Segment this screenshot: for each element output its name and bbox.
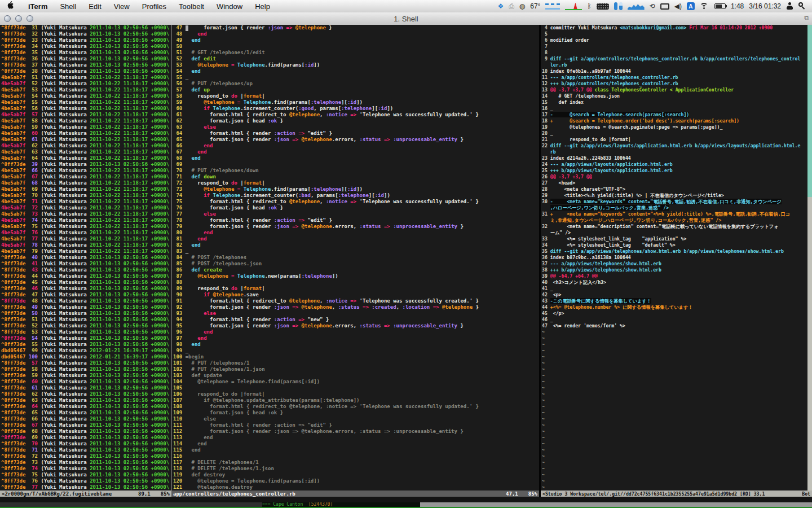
scrollbar[interactable]: [807, 25, 812, 491]
diff-row: 6 modified order: [542, 37, 807, 43]
clock[interactable]: 3/16 01:32: [749, 2, 781, 10]
empty-line-tilde: ~: [542, 379, 807, 385]
blame-row: ^8ff73de 46 (Yuki Matsukura 2011-10-13 0…: [1, 286, 170, 292]
diff-row: 39 @@ -64,7 +64,7 @@: [542, 273, 807, 279]
blame-row: 4be5ab7f 63 (Yuki Matsukura 2011-10-22 1…: [1, 149, 170, 155]
code-row: 102 # PUT /telephones/1.json: [173, 366, 539, 373]
blame-row: ^8ff73de 32 (Yuki Matsukura 2011-10-13 0…: [1, 31, 170, 37]
blame-row: 4be5ab7f 62 (Yuki Matsukura 2011-10-22 1…: [1, 143, 170, 149]
code-row: 106 respond_to do |format|: [173, 391, 539, 397]
menu-window[interactable]: Window: [210, 2, 249, 11]
empty-line-tilde: ~: [542, 366, 807, 373]
terminal-content[interactable]: ^8ff73de 31 (Yuki Matsukura 2011-10-13 0…: [0, 25, 812, 502]
volume-icon[interactable]: ◀): [674, 3, 682, 10]
bandwidth-graph-icon[interactable]: [628, 3, 645, 10]
blame-row: 4be5ab7f 67 (Yuki Matsukura 2011-10-22 1…: [1, 174, 170, 180]
code-row: 73 @telephone = Telephone.find(params[:t…: [173, 186, 539, 192]
blame-row: ^8ff73de 76 (Yuki Matsukura 2011-10-13 0…: [1, 478, 170, 484]
blame-row: ^8ff73de 61 (Yuki Matsukura 2011-10-13 0…: [1, 385, 170, 391]
network-graph-icon[interactable]: [545, 3, 560, 10]
code-row: 117 # DELETE /telephones/1: [173, 459, 539, 466]
blame-row: ^8ff73de 34 (Yuki Matsukura 2011-10-13 0…: [1, 43, 170, 50]
statusline-diff-file: <Studio 3 Workspace/tel/.git//dd72c4755f…: [542, 491, 765, 497]
code-row: 78 format.html { render :action => "edit…: [173, 217, 539, 224]
diff-row: rb: [542, 149, 807, 155]
diff-row: 47 <%= render 'memos/form' %>: [542, 323, 807, 329]
blame-row: 4be5ab7f 70 (Yuki Matsukura 2011-10-22 1…: [1, 192, 170, 199]
menu-toolbelt[interactable]: Toolbelt: [173, 2, 210, 11]
background-window-dark-area: [0, 502, 262, 507]
menu-profiles[interactable]: Profiles: [136, 2, 173, 11]
blame-row: ^8ff73de 77 (Yuki Matsukura 2011-10-13 0…: [1, 484, 170, 491]
code-row: 110 else: [173, 416, 539, 422]
menu-help[interactable]: Help: [249, 2, 276, 11]
code-row: 116: [173, 453, 539, 459]
background-tmux-status: === Cape Canton [5244370]: [262, 502, 420, 507]
empty-line-tilde: ~: [542, 441, 807, 447]
globe-icon[interactable]: ◍: [519, 3, 525, 10]
desktop: iTermShellEditViewProfilesToolbeltWindow…: [0, 0, 812, 508]
code-row: 111 format.html { render :action => "edi…: [173, 422, 539, 428]
input-source-icon[interactable]: A: [687, 2, 695, 10]
empty-line-tilde: ~: [542, 428, 807, 435]
diff-row: 7: [542, 43, 807, 50]
empty-line-tilde: ~: [542, 360, 807, 366]
menu-bar: iTermShellEditViewProfilesToolbeltWindow…: [0, 0, 812, 13]
blame-row: 4be5ab7f 60 (Yuki Matsukura 2011-10-22 1…: [1, 130, 170, 137]
code-row: 120 @telephone = Telephone.find(params[:…: [173, 478, 539, 484]
menu-edit[interactable]: Edit: [82, 2, 107, 11]
empty-line-tilde: ~: [542, 416, 807, 422]
diff-row: 41 _: [542, 286, 807, 292]
blame-row: ^8ff73de 37 (Yuki Matsukura 2011-10-13 0…: [1, 62, 170, 68]
empty-line-tilde: ~: [542, 422, 807, 428]
code-editor-pane[interactable]: 47 format.json { render :json => @teleph…: [173, 25, 539, 491]
scrollbar-thumb[interactable]: [807, 25, 812, 197]
blame-row: ^8ff73de 68 (Yuki Matsukura 2011-10-13 0…: [1, 428, 170, 435]
diff-row: 45 </p>: [542, 310, 807, 317]
bluetooth-icon[interactable]: ᛒ: [587, 3, 591, 10]
display-icon[interactable]: [660, 3, 669, 10]
code-row: 76 format.json { head :ok }: [173, 205, 539, 211]
blame-row: ^8ff73de 41 (Yuki Matsukura 2011-10-13 0…: [1, 261, 170, 267]
disk-activity-icon[interactable]: [614, 2, 623, 10]
battery-time[interactable]: 1:48: [731, 2, 744, 10]
statusline-diff-position: Bot: [802, 491, 810, 497]
code-row: 105: [173, 385, 539, 391]
code-row: 109 format.json { head :ok }: [173, 410, 539, 416]
code-row: 69: [173, 161, 539, 168]
time-machine-icon[interactable]: ⟲: [650, 3, 655, 10]
keyboard-icon[interactable]: [597, 3, 609, 10]
temperature[interactable]: 67°: [530, 2, 540, 10]
blame-row: ^8ff73de 48 (Yuki Matsukura 2011-10-13 0…: [1, 298, 170, 304]
blame-row: 4be5ab7f 54 (Yuki Matsukura 2011-10-22 1…: [1, 93, 170, 99]
empty-line-tilde: ~: [542, 397, 807, 404]
battery-icon[interactable]: [714, 3, 726, 9]
git-blame-pane[interactable]: ^8ff73de 31 (Yuki Matsukura 2011-10-13 0…: [1, 25, 170, 491]
blame-row: ^8ff73de 50 (Yuki Matsukura 2011-10-13 0…: [1, 310, 170, 317]
blame-row: ^8ff73de 67 (Yuki Matsukura 2011-10-13 0…: [1, 422, 170, 428]
wifi-icon[interactable]: [700, 3, 709, 10]
spotlight-icon[interactable]: [798, 2, 806, 10]
window-title-bar[interactable]: 1. Shell ⧉: [0, 12, 812, 25]
menu-iterm[interactable]: iTerm: [22, 2, 54, 11]
diff-row: 12 +++ b/app/controllers/telephones_cont…: [542, 81, 807, 87]
tmux-bars: ===: [262, 502, 270, 507]
user-icon[interactable]: [786, 2, 793, 10]
blame-row: 4be5ab7f 53 (Yuki Matsukura 2011-10-22 1…: [1, 87, 170, 93]
empty-line-tilde: ~: [542, 472, 807, 478]
cpu-graph-icon[interactable]: [565, 3, 582, 10]
diff-row: 37 --- a/app/views/telephones/show.html.…: [542, 261, 807, 267]
empty-line-tilde: ~: [542, 459, 807, 466]
menu-view[interactable]: View: [108, 2, 136, 11]
empty-line-tilde: ~: [542, 385, 807, 391]
git-diff-pane[interactable]: 4 committer Yuki Matsukura <matsubokkuri…: [542, 25, 807, 491]
blame-row: ^8ff73de 35 (Yuki Matsukura 2011-10-13 0…: [1, 50, 170, 56]
menu-shell[interactable]: Shell: [54, 2, 82, 11]
diff-row: 40 <h3>コメント記入</h3>: [542, 279, 807, 286]
printer-icon[interactable]: ⎙: [509, 3, 514, 10]
statusline-code-percent: 85%: [528, 491, 537, 497]
dropbox-icon[interactable]: ❖: [497, 3, 504, 10]
apple-menu[interactable]: [0, 1, 22, 11]
code-row: 108 format.html { redirect_to @telephone…: [173, 404, 539, 410]
code-row: 80 end: [173, 230, 539, 236]
